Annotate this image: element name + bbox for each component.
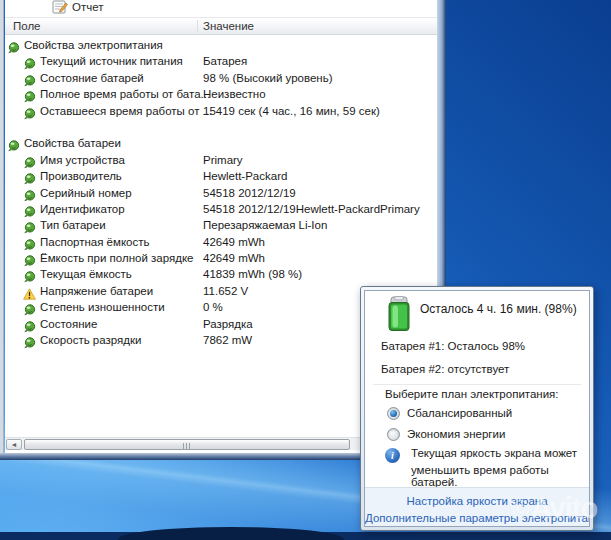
battery1-status: Батарея #1: Осталось 98% [381, 340, 525, 352]
table-row[interactable]: Свойства батареи [5, 136, 437, 152]
column-header-field[interactable]: Поле [13, 20, 41, 32]
brightness-settings-link[interactable]: Настройка яркости экрана [365, 495, 589, 507]
field-cell: Имя устройства [40, 154, 125, 166]
table-row[interactable]: Текущая ёмкость41839 mWh (98 %) [5, 267, 437, 283]
table-row[interactable]: Серийный номер54518 2012/12/19 [5, 186, 437, 202]
power-item-icon [23, 237, 36, 249]
battery-flyout-body: Осталось 4 ч. 16 мин. (98%) Батарея #1: … [364, 290, 590, 527]
battery2-status: Батарея #2: отсутствует [381, 363, 509, 375]
report-icon [52, 0, 68, 14]
field-cell: Ёмкость при полной зарядке [40, 252, 193, 264]
power-item-icon [23, 89, 36, 101]
field-cell: Серийный номер [40, 187, 132, 199]
field-cell: Текущий источник питания [40, 55, 183, 67]
value-cell: 7862 mW [203, 334, 252, 346]
power-item-icon [23, 204, 36, 216]
window-left-border[interactable] [0, 0, 4, 460]
battery-remaining-text: Осталось 4 ч. 16 мин. (98%) [420, 302, 577, 316]
popup-divider [373, 384, 581, 385]
power-item-icon [23, 155, 36, 167]
power-item-icon [23, 106, 36, 118]
report-title: Отчет [72, 1, 104, 13]
field-cell: Тип батареи [40, 219, 106, 231]
table-row[interactable]: Ёмкость при полной зарядке42649 mWh [5, 251, 437, 267]
power-plan-option-label: Экономия энергии [407, 428, 505, 440]
table-spacer-row [5, 120, 437, 136]
field-cell: Текущая ёмкость [40, 268, 132, 280]
field-cell: Состояние [40, 318, 97, 330]
table-row[interactable]: Оставшееся время работы от ...15419 сек … [5, 104, 437, 120]
scroll-left-button[interactable]: ◄ [6, 439, 22, 450]
column-header-value[interactable]: Значение [203, 20, 254, 32]
power-item-icon [23, 269, 36, 281]
power-item-icon [23, 56, 36, 68]
value-cell: Разрядка [203, 318, 253, 330]
field-cell: Полное время работы от бата... [40, 88, 210, 100]
scrollbar-thumb[interactable] [24, 439, 350, 450]
more-power-options-link[interactable]: Дополнительные параметры электропитания [365, 512, 589, 524]
flyout-footer: Настройка яркости экранаДополнительные п… [365, 487, 589, 526]
table-row[interactable]: Идентификатор54518 2012/12/19Hewlett-Pac… [5, 202, 437, 218]
screenshot-root: Отчет Поле Значение Свойства электропита… [0, 0, 611, 540]
value-cell: Неизвестно [203, 88, 266, 100]
brightness-info-line2: уменьшить время работы батарей. [411, 464, 589, 488]
radio-unselected[interactable] [387, 428, 400, 441]
power-plan-option[interactable]: Экономия энергии [387, 426, 505, 442]
battery-flyout: Осталось 4 ч. 16 мин. (98%) Батарея #1: … [360, 286, 594, 531]
power-item-icon [7, 40, 20, 52]
table-row[interactable]: Текущий источник питанияБатарея [5, 54, 437, 70]
brightness-info-line1: Текущая яркость экрана может [411, 447, 577, 459]
warning-icon [23, 286, 36, 298]
column-divider[interactable] [197, 20, 198, 32]
table-row[interactable]: Полное время работы от бата...Неизвестно [5, 87, 437, 103]
power-plan-option[interactable]: Сбалансированный [387, 405, 512, 421]
power-item-icon [23, 188, 36, 200]
value-cell: 54518 2012/12/19Hewlett-PackardPrimary [203, 203, 420, 215]
field-cell: Свойства батареи [24, 137, 121, 149]
battery-icon [386, 296, 412, 332]
table-row[interactable]: Тип батареиПерезаряжаемая Li-Ion [5, 218, 437, 234]
table-row[interactable]: ПроизводительHewlett-Packard [5, 169, 437, 185]
field-cell: Состояние батарей [40, 72, 144, 84]
power-item-icon [23, 335, 36, 347]
table-row[interactable]: Состояние батарей98 % (Высокий уровень) [5, 71, 437, 87]
table-row[interactable]: Свойства электропитания [5, 38, 437, 54]
radio-selected[interactable] [387, 407, 400, 420]
field-cell: Идентификатор [40, 203, 125, 215]
power-item-icon [23, 220, 36, 232]
listview-header: Поле Значение [5, 17, 437, 35]
field-cell: Производитель [40, 170, 122, 182]
value-cell: 11.652 V [203, 285, 248, 297]
report-group-header: Отчет [5, 0, 437, 16]
field-cell: Оставшееся время работы от ... [40, 105, 212, 117]
field-cell: Напряжение батареи [40, 285, 153, 297]
power-plan-option-label: Сбалансированный [407, 407, 512, 419]
field-cell: Скорость разрядки [40, 334, 141, 346]
power-item-icon [23, 73, 36, 85]
value-cell: 41839 mWh (98 %) [203, 268, 302, 280]
value-cell: 98 % (Высокий уровень) [203, 72, 332, 84]
value-cell: 54518 2012/12/19 [203, 187, 296, 199]
table-row[interactable]: Имя устройстваPrimary [5, 153, 437, 169]
value-cell: 42649 mWh [203, 252, 265, 264]
power-item-icon [23, 171, 36, 183]
value-cell: 42649 mWh [203, 236, 265, 248]
field-cell: Степень изношенности [40, 301, 165, 313]
scrollbar-grip [183, 443, 191, 449]
value-cell: Батарея [203, 55, 247, 67]
power-item-icon [23, 302, 36, 314]
power-item-icon [7, 138, 20, 150]
value-cell: 15419 сек (4 час., 16 мин, 59 сек) [203, 105, 380, 117]
value-cell: Primary [203, 154, 243, 166]
value-cell: Hewlett-Packard [203, 170, 287, 182]
power-item-icon [23, 319, 36, 331]
power-item-icon [23, 253, 36, 265]
field-cell: Паспортная ёмкость [40, 236, 149, 248]
field-cell: Свойства электропитания [24, 39, 163, 51]
value-cell: 0 % [203, 301, 223, 313]
power-plan-label: Выберите план электропитания: [385, 388, 559, 400]
info-icon: i [385, 448, 400, 463]
value-cell: Перезаряжаемая Li-Ion [203, 219, 327, 231]
table-row[interactable]: Паспортная ёмкость42649 mWh [5, 235, 437, 251]
